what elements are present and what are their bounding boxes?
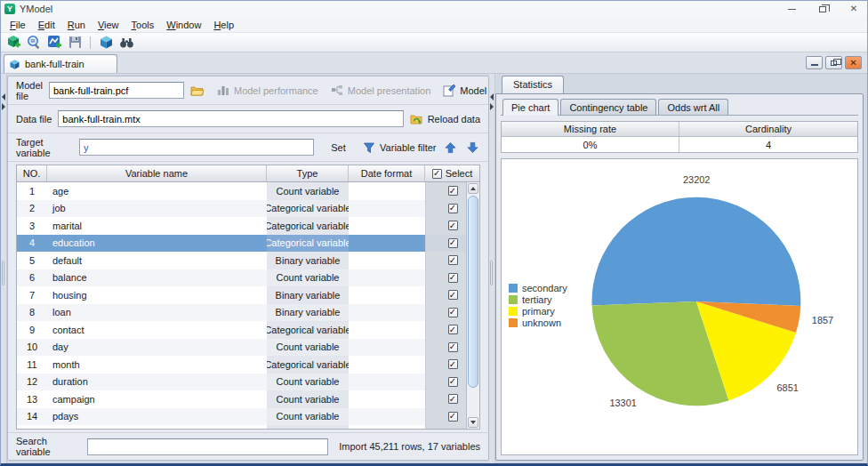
left-splitter[interactable] bbox=[1, 74, 7, 463]
mdi-minimize-button[interactable] bbox=[806, 56, 823, 69]
row-checkbox[interactable]: ✓ bbox=[448, 238, 458, 248]
move-down-button[interactable] bbox=[464, 140, 480, 156]
row-checkbox[interactable]: ✓ bbox=[448, 412, 458, 422]
target-variable-label: Target variable bbox=[16, 137, 73, 158]
menu-item-help[interactable]: Help bbox=[207, 18, 240, 32]
arrow-up-icon bbox=[445, 141, 456, 154]
variable-name-cell: contact bbox=[47, 321, 267, 339]
target-variable-input[interactable] bbox=[79, 139, 314, 156]
row-checkbox[interactable]: ✓ bbox=[448, 359, 458, 369]
mdi-restore-button[interactable] bbox=[825, 56, 842, 69]
row-checkbox[interactable]: ✓ bbox=[448, 273, 458, 283]
legend-label: primary bbox=[522, 306, 555, 317]
scrollbar-thumb[interactable] bbox=[468, 196, 478, 388]
table-row[interactable]: 6balanceCount variable✓ bbox=[17, 269, 479, 287]
row-checkbox[interactable]: ✓ bbox=[448, 221, 458, 230]
row-checkbox[interactable]: ✓ bbox=[448, 255, 458, 265]
row-checkbox[interactable]: ✓ bbox=[448, 186, 458, 196]
table-row[interactable]: 13campaignCount variable✓ bbox=[17, 390, 479, 408]
row-checkbox[interactable]: ✓ bbox=[448, 377, 458, 387]
legend-item-unknown: unknown bbox=[509, 317, 567, 328]
splitter-grip[interactable] bbox=[2, 261, 4, 285]
variable-name-cell: day bbox=[47, 339, 267, 357]
row-checkbox[interactable]: ✓ bbox=[448, 394, 458, 404]
menu-item-window[interactable]: Window bbox=[160, 18, 207, 32]
table-row[interactable]: 12durationCount variable✓ bbox=[17, 374, 479, 391]
table-row[interactable]: 9contactCategorical variable✓ bbox=[17, 321, 479, 339]
search-variable-input[interactable] bbox=[87, 438, 328, 455]
row-checkbox[interactable]: ✓ bbox=[448, 342, 458, 352]
data-file-input[interactable] bbox=[58, 110, 403, 127]
collapse-left-icon[interactable] bbox=[2, 93, 5, 100]
explore-data-button[interactable] bbox=[25, 35, 43, 51]
window-close-button[interactable]: ✕ bbox=[840, 1, 867, 17]
tab-statistics[interactable]: Statistics bbox=[502, 76, 564, 93]
column-header-no[interactable]: NO. bbox=[17, 165, 47, 181]
table-row[interactable]: 1ageCount variable✓ bbox=[17, 182, 479, 200]
column-header-variable-name[interactable]: Variable name bbox=[47, 165, 267, 181]
row-number-cell: 10 bbox=[17, 339, 47, 357]
row-checkbox[interactable]: ✓ bbox=[448, 325, 458, 334]
summary-table: Missing rate Cardinality 0% 4 bbox=[501, 121, 858, 153]
tab-bank-full-train[interactable]: bank-full-train bbox=[4, 54, 117, 73]
model-button[interactable] bbox=[97, 35, 115, 51]
table-row[interactable]: 14pdaysCount variable✓ bbox=[17, 408, 479, 426]
table-row[interactable]: 3maritalCategorical variable✓ bbox=[17, 217, 479, 235]
model-file-input[interactable] bbox=[49, 82, 184, 99]
select-all-checkbox[interactable]: ✓ bbox=[432, 169, 442, 179]
variable-type-cell: Binary variable bbox=[267, 286, 349, 304]
save-button[interactable] bbox=[66, 35, 84, 51]
row-checkbox[interactable]: ✓ bbox=[448, 204, 458, 213]
menu-item-file[interactable]: File bbox=[4, 18, 32, 32]
date-format-cell bbox=[349, 390, 425, 408]
scroll-down-button[interactable] bbox=[468, 417, 478, 428]
menu-item-tools[interactable]: Tools bbox=[125, 18, 161, 32]
table-row[interactable]: 5defaultBinary variable✓ bbox=[17, 252, 479, 269]
new-plot-button[interactable] bbox=[45, 35, 63, 51]
row-checkbox[interactable]: ✓ bbox=[448, 308, 458, 317]
column-header-date-format[interactable]: Date format bbox=[349, 165, 425, 181]
table-row[interactable]: 15previousCount variable✓ bbox=[17, 425, 479, 430]
row-number-cell: 7 bbox=[17, 286, 47, 304]
move-up-button[interactable] bbox=[442, 140, 458, 156]
close-icon: ✕ bbox=[849, 59, 856, 68]
table-scrollbar[interactable] bbox=[466, 182, 479, 429]
expand-right-icon[interactable] bbox=[2, 103, 5, 110]
table-row[interactable]: 8loanBinary variable✓ bbox=[17, 304, 479, 322]
splitter-grip[interactable] bbox=[490, 261, 493, 285]
column-header-type[interactable]: Type bbox=[267, 165, 349, 181]
column-header-select[interactable]: ✓ Select bbox=[425, 165, 479, 181]
menu-item-run[interactable]: Run bbox=[61, 18, 92, 32]
save-icon bbox=[68, 36, 82, 49]
collapse-left-icon[interactable] bbox=[490, 93, 494, 100]
table-row[interactable]: 2jobCategorical variable✓ bbox=[17, 200, 479, 218]
row-checkbox[interactable]: ✓ bbox=[448, 429, 458, 430]
reload-data-button[interactable]: Reload data bbox=[410, 113, 480, 125]
tab-odds-wrt-all[interactable]: Odds wrt All bbox=[658, 99, 728, 115]
table-row[interactable]: 10dayCount variable✓ bbox=[17, 339, 479, 357]
middle-splitter[interactable] bbox=[489, 74, 495, 463]
expand-right-icon[interactable] bbox=[490, 103, 494, 110]
tab-pie-chart[interactable]: Pie chart bbox=[502, 99, 559, 116]
menu-item-view[interactable]: View bbox=[92, 18, 125, 32]
tab-contingency-table[interactable]: Contingency table bbox=[560, 99, 656, 115]
open-model-button[interactable] bbox=[190, 83, 205, 99]
model-options-button[interactable]: Model options bbox=[443, 84, 489, 97]
table-row[interactable]: 7housingBinary variable✓ bbox=[17, 286, 479, 304]
row-checkbox[interactable]: ✓ bbox=[448, 290, 458, 300]
find-button[interactable] bbox=[117, 35, 135, 51]
menu-item-edit[interactable]: Edit bbox=[32, 18, 61, 32]
table-row[interactable]: 11monthCategorical variable✓ bbox=[17, 356, 479, 374]
set-button[interactable]: Set bbox=[331, 142, 346, 153]
variable-name-cell: age bbox=[47, 182, 267, 200]
window-restore-button[interactable] bbox=[809, 1, 836, 17]
table-row[interactable]: 4educationCategorical variable✓ bbox=[17, 235, 479, 253]
scroll-up-button[interactable] bbox=[468, 183, 478, 194]
date-format-cell bbox=[349, 425, 425, 430]
mdi-close-button[interactable]: ✕ bbox=[845, 56, 862, 69]
new-model-button[interactable] bbox=[4, 35, 22, 51]
window-minimize-button[interactable] bbox=[778, 1, 805, 17]
variable-filter-button[interactable]: Variable filter bbox=[363, 141, 436, 154]
model-presentation-button[interactable]: Model presentation bbox=[331, 84, 431, 96]
model-performance-button[interactable]: Model performance bbox=[217, 84, 318, 96]
